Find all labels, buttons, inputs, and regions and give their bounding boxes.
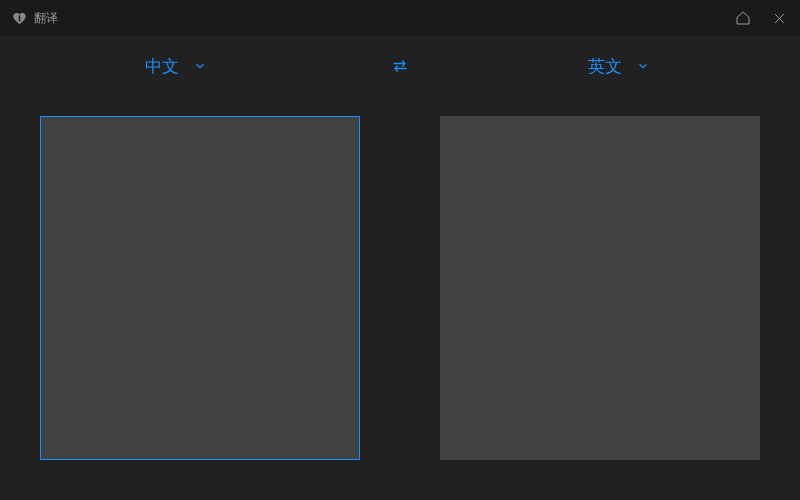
source-pane	[40, 116, 360, 460]
swap-languages-button[interactable]	[390, 56, 410, 76]
chevron-down-icon	[193, 59, 207, 73]
translation-panes	[0, 96, 800, 500]
target-text-output[interactable]	[441, 117, 759, 459]
chevron-down-icon	[636, 59, 650, 73]
language-bar: 中文 英文	[0, 36, 800, 96]
target-language-label: 英文	[588, 55, 622, 78]
source-language-label: 中文	[145, 55, 179, 78]
target-pane	[440, 116, 760, 460]
titlebar: 翻译	[0, 0, 800, 36]
close-button[interactable]	[770, 9, 788, 27]
target-language-select[interactable]: 英文	[588, 55, 650, 78]
app-title: 翻译	[34, 10, 58, 27]
app-icon	[12, 11, 27, 26]
titlebar-left: 翻译	[12, 10, 58, 27]
source-language-select[interactable]: 中文	[145, 55, 207, 78]
source-text-input[interactable]	[41, 117, 359, 459]
titlebar-controls	[734, 9, 788, 27]
home-button[interactable]	[734, 9, 752, 27]
